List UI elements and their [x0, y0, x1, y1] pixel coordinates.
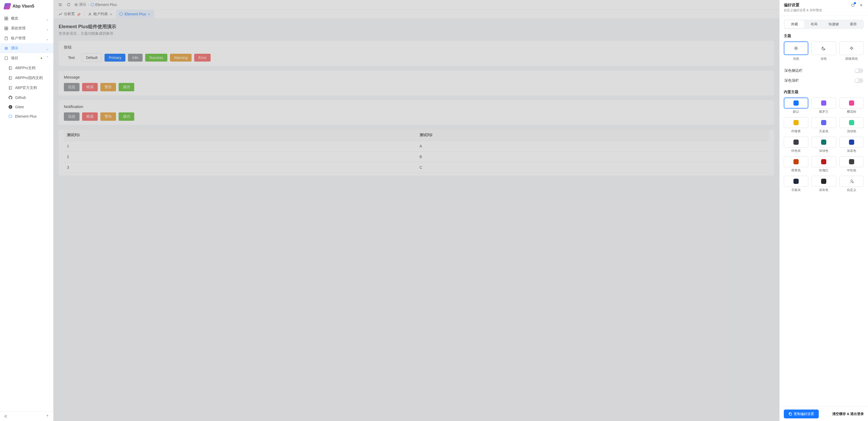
color-swatch	[794, 140, 799, 145]
breadcrumb-demo[interactable]: 演示	[74, 2, 86, 7]
nav-label: ABP官方文档	[15, 86, 49, 90]
pin-sidebar-button[interactable]	[45, 414, 50, 419]
theme-color-13[interactable]	[811, 176, 836, 187]
message-warning-button[interactable]: 警告	[100, 83, 116, 91]
close-drawer-button[interactable]: ✕	[859, 3, 864, 8]
theme-color-10[interactable]	[811, 156, 836, 167]
dark-header-switch[interactable]	[855, 78, 863, 83]
tab-tenant-list[interactable]: 租户列表 ✕	[85, 10, 116, 19]
dark-sidebar-switch[interactable]	[855, 68, 863, 73]
gitee-icon: G	[8, 105, 12, 109]
svg-rect-3	[6, 19, 8, 20]
menu-toggle-button[interactable]	[58, 2, 63, 7]
notification-warning-button[interactable]: 警告	[100, 113, 116, 121]
sidebar-sub-element-plus[interactable]: Element Plus	[0, 112, 53, 121]
success-button[interactable]: Success	[145, 54, 167, 62]
color-label: 紫罗兰	[811, 110, 836, 114]
table-row: 3C	[64, 162, 769, 173]
svg-rect-2	[5, 19, 6, 20]
nav-label: 概览	[11, 16, 43, 21]
grid-icon	[4, 26, 8, 31]
sidebar-sub-gitee[interactable]: G Gitee	[0, 102, 53, 112]
copy-preferences-button[interactable]: 复制偏好设置	[784, 410, 819, 418]
grid-icon	[4, 17, 8, 21]
theme-color-5[interactable]	[839, 117, 864, 128]
collapse-sidebar-button[interactable]	[3, 414, 8, 419]
sidebar-nav: 概览 ⌄ 系统管理 ⌄ 租户管理 ⌄ 演示 ⌄ 项目	[0, 12, 53, 411]
color-swatch	[849, 159, 854, 164]
color-swatch	[821, 140, 826, 145]
user-icon	[849, 179, 854, 184]
message-error-button[interactable]: 错误	[82, 83, 98, 91]
theme-color-12[interactable]	[784, 176, 808, 187]
app-logo[interactable]: Abp Vben5	[0, 0, 53, 12]
theme-color-1[interactable]	[811, 97, 836, 109]
theme-color-4[interactable]	[811, 117, 836, 128]
theme-color-9[interactable]	[784, 156, 808, 167]
default-button[interactable]: Default	[82, 54, 102, 62]
svg-rect-8	[5, 37, 7, 40]
message-info-button[interactable]: 信息	[64, 83, 80, 91]
sidebar-sub-abppro-doc[interactable]: ABPPro文档	[0, 63, 53, 73]
sidebar-sub-abppro-cn[interactable]: ABPPro国内文档	[0, 73, 53, 83]
sidebar-item-overview[interactable]: 概览 ⌄	[0, 13, 53, 24]
card-message: Message 信息 错误 警告 成功	[59, 71, 774, 95]
warning-button[interactable]: Warning	[170, 54, 192, 62]
theme-color-7[interactable]	[811, 137, 836, 148]
svg-rect-6	[5, 29, 6, 30]
breadcrumb-element-plus[interactable]: Element Plus	[91, 3, 117, 7]
book-icon	[8, 76, 12, 80]
primary-button[interactable]: Primary	[104, 54, 125, 62]
seg-general[interactable]: 通用	[843, 20, 863, 28]
sidebar-item-system[interactable]: 系统管理 ⌄	[0, 24, 53, 33]
user-icon	[88, 12, 92, 16]
theme-system-button[interactable]	[839, 41, 864, 55]
sidebar-item-tenant[interactable]: 租户管理 ⌄	[0, 33, 53, 43]
text-button[interactable]: Text	[64, 54, 79, 62]
svg-rect-5	[6, 27, 8, 28]
error-button[interactable]: Error	[194, 54, 211, 62]
svg-marker-27	[91, 3, 94, 6]
reset-preferences-button[interactable]	[850, 3, 856, 8]
theme-color-14[interactable]	[839, 176, 864, 187]
notification-info-button[interactable]: 信息	[64, 113, 80, 121]
close-icon[interactable]: ✕	[148, 12, 151, 16]
theme-color-0[interactable]	[784, 97, 808, 109]
close-icon[interactable]: ✕	[110, 12, 113, 16]
chevron-down-icon: ⌄	[46, 47, 49, 50]
sidebar-item-project[interactable]: 项目 ⌄	[0, 53, 53, 63]
seg-shortcuts[interactable]: 快捷键	[824, 20, 843, 28]
clear-logout-button[interactable]: 清空缓存 & 退出登录	[832, 412, 864, 416]
nav-label: 系统管理	[11, 26, 43, 31]
theme-color-8[interactable]	[839, 137, 864, 148]
sidebar-sub-github[interactable]: Github	[0, 93, 53, 102]
tab-element-plus[interactable]: Element Plus ✕	[116, 10, 154, 18]
drawer-title: 偏好设置	[784, 3, 822, 7]
message-success-button[interactable]: 成功	[119, 83, 134, 91]
nav-label: 项目	[11, 56, 38, 61]
theme-color-11[interactable]	[839, 156, 864, 167]
svg-rect-4	[5, 27, 6, 28]
seg-layout[interactable]: 布局	[804, 20, 824, 28]
toggle-label: 深色顶栏	[784, 78, 799, 83]
theme-color-2[interactable]	[839, 97, 864, 109]
pin-icon: 📌	[76, 12, 80, 16]
tab-analytics[interactable]: 分析页 📌	[56, 10, 83, 19]
preferences-drawer: 偏好设置 自定义偏好设置 & 实时预览 ✕ 外观 布局 快捷键 通用 主题 浅色	[779, 0, 868, 421]
theme-light-button[interactable]	[784, 41, 808, 55]
theme-dark-button[interactable]	[811, 41, 836, 55]
sidebar-sub-abp-official[interactable]: ABP官方文档	[0, 83, 53, 93]
theme-color-6[interactable]	[784, 137, 808, 148]
sidebar-item-demo[interactable]: 演示 ⌄	[0, 43, 53, 53]
seg-appearance[interactable]: 外观	[784, 20, 804, 28]
table-row: 1A	[64, 141, 769, 152]
notification-success-button[interactable]: 成功	[119, 113, 134, 121]
target-icon	[4, 46, 8, 50]
color-swatch	[794, 100, 799, 106]
notification-error-button[interactable]: 错误	[82, 113, 98, 121]
info-button[interactable]: Info	[128, 54, 142, 62]
theme-color-3[interactable]	[784, 117, 808, 128]
refresh-button[interactable]	[66, 2, 71, 7]
svg-line-35	[795, 47, 795, 48]
svg-point-25	[75, 3, 78, 6]
